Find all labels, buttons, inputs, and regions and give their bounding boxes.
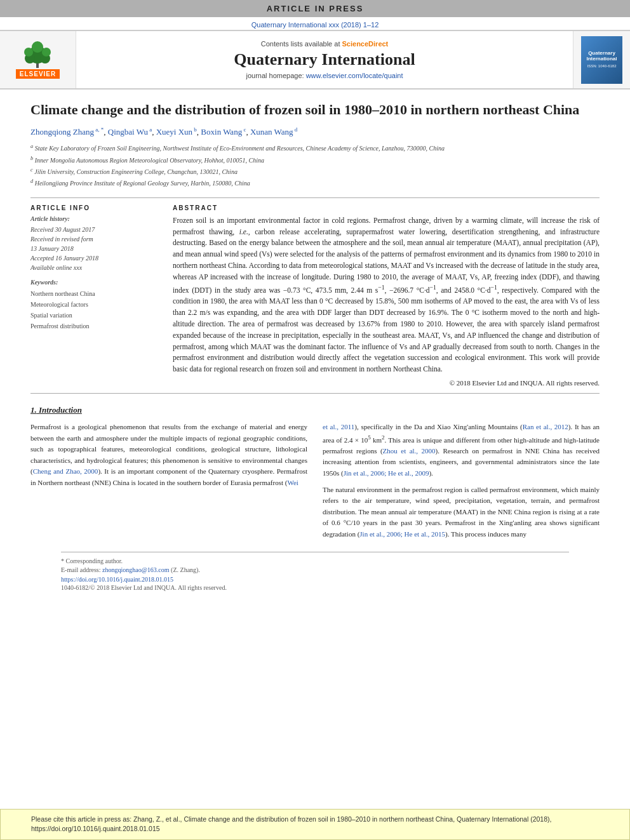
author-boxin: Boxin Wang bbox=[201, 127, 242, 137]
thawing-text: thawing bbox=[576, 273, 600, 281]
svg-rect-0 bbox=[36, 63, 39, 68]
authors-line: Zhongqiong Zhang a, *, Qingbai Wu a, Xue… bbox=[30, 126, 600, 138]
contents-line: Contents lists available at ScienceDirec… bbox=[261, 40, 389, 48]
divider-2 bbox=[30, 393, 600, 394]
email-label: E-mail address: bbox=[61, 566, 100, 573]
received-date: Received 30 August 2017 bbox=[30, 225, 158, 234]
intro-section-title: 1. Introduction bbox=[30, 405, 600, 415]
journal-homepage-url[interactable]: www.elsevier.com/locate/quaint bbox=[306, 72, 403, 79]
intro-right-para1: et al., 2011), specifically in the Da an… bbox=[323, 422, 600, 479]
svg-point-4 bbox=[24, 48, 33, 57]
article-title: Climate change and the distribution of f… bbox=[30, 101, 600, 119]
corresponding-author-note: * Corresponding author. bbox=[61, 557, 569, 564]
abstract-copyright: © 2018 Elsevier Ltd and INQUA. All right… bbox=[173, 379, 600, 387]
intro-number: 1. bbox=[30, 405, 37, 415]
journal-homepage-line: journal homepage: www.elsevier.com/locat… bbox=[246, 72, 403, 79]
received-revised-date: 13 January 2018 bbox=[30, 244, 158, 253]
keyword-4: Permafrost distribution bbox=[30, 321, 158, 331]
banner-text: ARTICLE IN PRESS bbox=[267, 4, 364, 13]
email-note: E-mail address: zhongqionghao@163.com (Z… bbox=[61, 566, 569, 573]
journal-volume-info: Quaternary International xxx (2018) 1–12 bbox=[251, 21, 379, 29]
intro-left-para1: Permafrost is a geological phenomenon th… bbox=[30, 422, 307, 489]
author-zhongqiong: Zhongqiong Zhang bbox=[30, 127, 94, 137]
journal-badge-detail: ISSN: 1040-6182 bbox=[587, 64, 616, 69]
science-direct-link[interactable]: ScienceDirect bbox=[342, 40, 389, 48]
article-in-press-banner: ARTICLE IN PRESS bbox=[0, 0, 630, 17]
ran-link[interactable]: Ran et al., 2012 bbox=[523, 423, 568, 430]
doi-text[interactable]: https://doi.org/10.1016/j.quaint.2018.01… bbox=[61, 576, 173, 583]
available-online: Available online xxx bbox=[30, 263, 158, 272]
author-xunan-sup: d bbox=[293, 126, 298, 133]
svg-point-6 bbox=[32, 41, 43, 53]
received-revised-label: Received in revised form bbox=[30, 234, 158, 244]
article-info-col: ARTICLE INFO Article history: Received 3… bbox=[30, 204, 158, 387]
email-link[interactable]: zhongqionghao@163.com bbox=[102, 566, 170, 573]
affil-b: b Inner Mongolia Autonomous Region Meteo… bbox=[30, 155, 600, 165]
author-qingbai-sup: a bbox=[148, 126, 152, 133]
keywords-label: Keywords: bbox=[30, 279, 158, 286]
keyword-2: Meteorological factors bbox=[30, 299, 158, 310]
author-zhongqiong-sup: a, * bbox=[94, 126, 104, 133]
abstract-col: ABSTRACT Frozen soil is an important env… bbox=[173, 204, 600, 387]
citation-text: Please cite this article in press as: Zh… bbox=[31, 815, 551, 833]
author-xueyi-sup: b bbox=[192, 126, 197, 133]
jin-he-link[interactable]: Jin et al., 2006; He et al., 2015 bbox=[359, 530, 445, 538]
journal-header-center: Contents lists available at ScienceDirec… bbox=[76, 31, 573, 88]
copyright-line: 1040-6182/© 2018 Elsevier Ltd and INQUA.… bbox=[61, 584, 569, 591]
doi-line[interactable]: https://doi.org/10.1016/j.quaint.2018.01… bbox=[61, 576, 569, 583]
zhou-link[interactable]: Zhou et al., 2000 bbox=[383, 447, 436, 455]
intro-title: Introduction bbox=[39, 405, 82, 415]
journal-badge-text: QuaternaryInternational bbox=[586, 50, 617, 62]
intro-left-col: Permafrost is a geological phenomenon th… bbox=[30, 422, 307, 545]
author-xunan: Xunan Wang bbox=[250, 127, 293, 137]
citation-bar: Please cite this article in press as: Zh… bbox=[0, 809, 630, 841]
journal-header: ELSEVIER Contents lists available at Sci… bbox=[0, 30, 630, 90]
elsevier-brand-text: ELSEVIER bbox=[16, 69, 60, 79]
page: ARTICLE IN PRESS Quaternary Internationa… bbox=[0, 0, 630, 840]
history-label: Article history: bbox=[30, 215, 158, 222]
svg-point-5 bbox=[42, 48, 51, 57]
author-boxin-sup: c bbox=[242, 126, 246, 133]
accepted-date: Accepted 16 January 2018 bbox=[30, 253, 158, 263]
author-xueyi: Xueyi Xun bbox=[156, 127, 192, 137]
keyword-3: Spatial variation bbox=[30, 310, 158, 321]
abstract-heading: ABSTRACT bbox=[173, 204, 600, 211]
keyword-1: Northern northeast China bbox=[30, 288, 158, 299]
journal-info-line: Quaternary International xxx (2018) 1–12 bbox=[0, 17, 630, 30]
jin-link[interactable]: Jin et al., 2006; He et al., 2009 bbox=[344, 469, 429, 477]
main-content: Climate change and the distribution of f… bbox=[0, 90, 630, 803]
journal-badge: QuaternaryInternational ISSN: 1040-6182 bbox=[581, 36, 622, 84]
affil-c: c Jilin University, Construction Enginee… bbox=[30, 166, 600, 177]
divider-1 bbox=[30, 197, 600, 198]
contents-text: Contents lists available at bbox=[261, 40, 340, 48]
article-info-abstract-area: ARTICLE INFO Article history: Received 3… bbox=[30, 204, 600, 387]
keywords-section: Keywords: Northern northeast China Meteo… bbox=[30, 279, 158, 331]
corresponding-label: * Corresponding author. bbox=[61, 557, 123, 564]
journal-right-logo: QuaternaryInternational ISSN: 1040-6182 bbox=[573, 31, 630, 88]
elsevier-tree-icon bbox=[16, 41, 60, 69]
intro-right-para2: The natural environment in the permafros… bbox=[323, 484, 600, 540]
author-qingbai: Qingbai Wu bbox=[108, 127, 148, 137]
journal-title: Quaternary International bbox=[234, 50, 415, 69]
intro-right-col: et al., 2011), specifically in the Da an… bbox=[323, 422, 600, 545]
wei-et-al-link[interactable]: et al., 2011 bbox=[323, 423, 354, 430]
abstract-text: Frozen soil is an important environmenta… bbox=[173, 215, 600, 375]
intro-two-col: Permafrost is a geological phenomenon th… bbox=[30, 422, 600, 545]
introduction-section: 1. Introduction Permafrost is a geologic… bbox=[30, 405, 600, 545]
cheng-zhao-link[interactable]: Cheng and Zhao, 2000 bbox=[33, 467, 98, 475]
footer-area: * Corresponding author. E-mail address: … bbox=[61, 552, 569, 591]
email-suffix: (Z. Zhang). bbox=[171, 566, 200, 573]
affiliations: a State Key Laboratory of Frozen Soil En… bbox=[30, 143, 600, 188]
article-info-heading: ARTICLE INFO bbox=[30, 204, 158, 211]
affil-a: a State Key Laboratory of Frozen Soil En… bbox=[30, 143, 600, 153]
elsevier-logo-area: ELSEVIER bbox=[0, 31, 76, 88]
wei-link[interactable]: Wei bbox=[287, 479, 298, 486]
homepage-label: journal homepage: bbox=[246, 72, 304, 79]
affil-d: d Heilongjiang Province Institute of Reg… bbox=[30, 178, 600, 188]
